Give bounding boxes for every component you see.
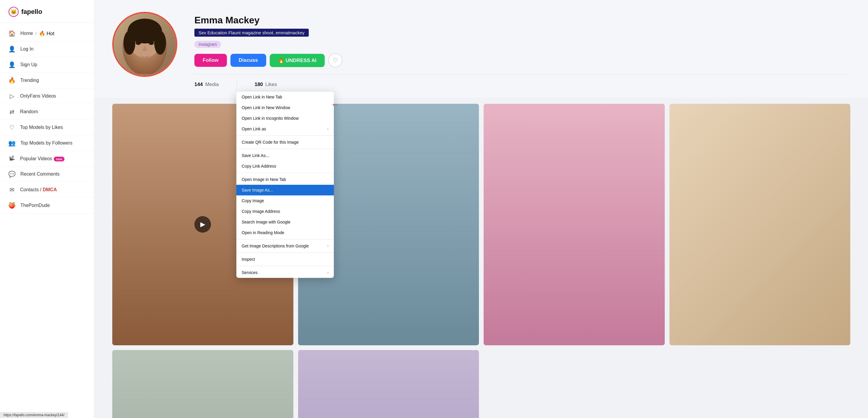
ctx-reading-mode-label: Open in Reading Mode <box>242 230 284 235</box>
sidebar-item-onlyfans[interactable]: ▷ OnlyFans Videos <box>0 88 94 104</box>
profile-tags: Instagram <box>194 41 850 48</box>
status-bar: https://fapello.com/emma-mackey/144/ <box>0 412 68 418</box>
svg-point-7 <box>135 41 141 45</box>
save-arrow-indicator: ← <box>331 100 339 109</box>
tag-instagram[interactable]: Instagram <box>194 41 221 48</box>
ctx-save-image-as-label: Save Image As... <box>242 188 273 192</box>
ctx-copy-image-label: Copy Image <box>242 198 264 203</box>
heart-icon: ♡ <box>8 124 16 131</box>
hot-label: 🔥 Hot <box>39 30 54 37</box>
svg-point-5 <box>123 31 135 55</box>
signup-label: Sign Up <box>20 62 37 67</box>
ctx-services-arrow: › <box>327 270 329 275</box>
popular-videos-label: Popular Videosnew <box>20 156 64 161</box>
new-badge: new <box>54 157 64 161</box>
profile-avatar <box>112 12 177 77</box>
ctx-open-new-window[interactable]: Open Link in New Window <box>236 102 334 113</box>
sidebar-item-login[interactable]: 👤 Log In <box>0 41 94 57</box>
sidebar: 🐱 fapello 🏠 Home / 🔥 Hot 👤 Log In 👤 Sign… <box>0 0 95 418</box>
ctx-open-incognito-label: Open Link in Incognito Window <box>242 116 299 121</box>
pornhub-label: ThePornDude <box>20 203 50 208</box>
ctx-open-incognito[interactable]: Open Link in Incognito Window <box>236 113 334 124</box>
ctx-reading-mode[interactable]: Open in Reading Mode <box>236 227 334 238</box>
likes-stat: 180 Likes <box>255 80 277 89</box>
top-likes-label: Top Models by Likes <box>20 125 63 130</box>
like-button[interactable]: ♡ <box>328 53 342 67</box>
sidebar-item-recent-comments[interactable]: 💬 Recent Comments <box>0 167 94 182</box>
media-label: Media <box>205 82 219 88</box>
ctx-separator-3 <box>236 173 334 173</box>
ctx-get-descriptions-label: Get Image Descriptions from Google <box>242 244 309 248</box>
logo-text: fapello <box>21 8 42 16</box>
ctx-open-link-as[interactable]: Open Link as › <box>236 124 334 134</box>
profile-name: Emma Mackey <box>194 15 850 26</box>
ctx-services[interactable]: Services › <box>236 267 334 278</box>
ctx-separator-1 <box>236 136 334 136</box>
contacts-label: Contacts / DMCA <box>20 187 57 192</box>
logo-icon: 🐱 <box>8 6 19 17</box>
likes-label: Likes <box>265 82 277 88</box>
media-count: 144 <box>194 82 203 88</box>
sidebar-nav: 🏠 Home / 🔥 Hot 👤 Log In 👤 Sign Up 🔥 Tren… <box>0 23 94 216</box>
ctx-inspect[interactable]: Inspect <box>236 254 334 265</box>
logo-area: 🐱 fapello <box>0 0 94 23</box>
ctx-open-new-window-label: Open Link in New Window <box>242 105 290 110</box>
ctx-search-google-label: Search Image with Google <box>242 220 290 225</box>
profile-actions: Follow Discuss 🔥 UNDRESS AI ♡ <box>194 53 850 67</box>
ctx-open-link-as-arrow: › <box>327 127 329 131</box>
play-button[interactable]: ▶ <box>194 216 211 233</box>
sidebar-item-random[interactable]: ⇄ Random <box>0 104 94 120</box>
ctx-open-new-tab[interactable]: Open Link in New Tab <box>236 92 334 102</box>
media-thumb[interactable] <box>484 104 665 345</box>
sidebar-item-top-likes[interactable]: ♡ Top Models by Likes <box>0 120 94 136</box>
signup-icon: 👤 <box>8 61 16 68</box>
ctx-copy-link[interactable]: Copy Link Address <box>236 161 334 172</box>
svg-point-6 <box>154 31 166 55</box>
undress-button[interactable]: 🔥 UNDRESS AI <box>270 54 325 67</box>
profile-avatar-wrap <box>112 12 180 80</box>
ctx-inspect-label: Inspect <box>242 257 255 262</box>
sidebar-item-home[interactable]: 🏠 Home / 🔥 Hot <box>0 26 94 41</box>
media-thumb[interactable] <box>112 350 293 418</box>
onlyfans-icon: ▷ <box>8 92 16 100</box>
ctx-open-image-tab-label: Open Image in New Tab <box>242 177 286 182</box>
ctx-create-qr[interactable]: Create QR Code for this Image <box>236 137 334 148</box>
home-icon: 🏠 <box>8 30 16 37</box>
sidebar-item-trending[interactable]: 🔥 Trending <box>0 73 94 88</box>
main-content: Emma Mackey Sex Education Flaunt magazin… <box>95 0 868 418</box>
ctx-save-link-as-label: Save Link As... <box>242 153 269 158</box>
media-thumb[interactable] <box>298 350 479 418</box>
profile-info: Emma Mackey Sex Education Flaunt magazin… <box>194 12 850 89</box>
ctx-search-google[interactable]: Search Image with Google <box>236 217 334 227</box>
ctx-copy-image-address[interactable]: Copy Image Address <box>236 206 334 217</box>
trending-label: Trending <box>20 78 39 83</box>
sidebar-item-pornhub[interactable]: 🍑 ThePornDude <box>0 198 94 213</box>
context-menu: Open Link in New Tab Open Link in New Wi… <box>236 92 334 278</box>
avatar-image <box>114 13 176 76</box>
ctx-open-image-tab[interactable]: Open Image in New Tab <box>236 174 334 185</box>
sidebar-item-signup[interactable]: 👤 Sign Up <box>0 57 94 73</box>
ctx-copy-image-address-label: Copy Image Address <box>242 209 280 214</box>
top-followers-label: Top Models by Followers <box>20 141 72 146</box>
sidebar-item-contacts[interactable]: ✉ Contacts / DMCA <box>0 182 94 198</box>
followers-icon: 👥 <box>8 140 16 147</box>
dmca-label: DMCA <box>42 187 57 192</box>
ctx-get-descriptions[interactable]: Get Image Descriptions from Google › <box>236 241 334 251</box>
user-icon: 👤 <box>8 46 16 53</box>
ctx-separator-6 <box>236 266 334 266</box>
stat-divider <box>237 80 237 89</box>
media-thumb[interactable] <box>670 104 850 345</box>
status-url: https://fapello.com/emma-mackey/144/ <box>4 413 64 417</box>
sidebar-item-popular-videos[interactable]: 📽 Popular Videosnew <box>0 151 94 167</box>
ctx-save-image-as[interactable]: Save Image As... <box>236 185 334 196</box>
pornhub-icon: 🍑 <box>8 202 16 209</box>
discuss-button[interactable]: Discuss <box>230 54 266 67</box>
follow-button[interactable]: Follow <box>194 54 227 67</box>
profile-area: Emma Mackey Sex Education Flaunt magazin… <box>95 0 868 98</box>
svg-point-8 <box>149 41 154 45</box>
random-label: Random <box>20 109 38 114</box>
ctx-copy-image[interactable]: Copy Image <box>236 196 334 206</box>
sidebar-item-top-followers[interactable]: 👥 Top Models by Followers <box>0 136 94 151</box>
ctx-save-link-as[interactable]: Save Link As... <box>236 150 334 161</box>
trending-icon: 🔥 <box>8 77 16 84</box>
